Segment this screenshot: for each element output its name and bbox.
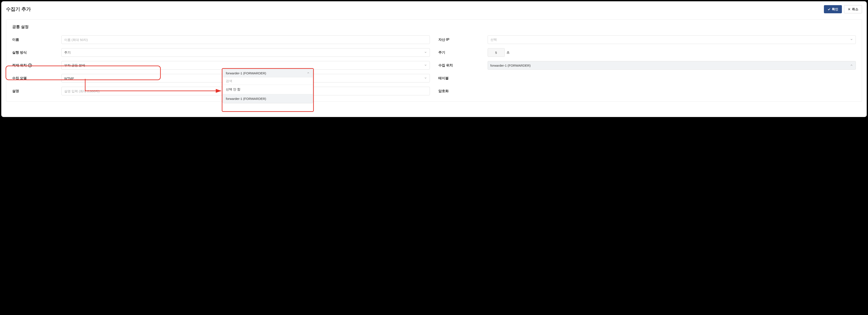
field-collect-location: 수집 위치 forwarder-1 (FORWARDER) bbox=[438, 61, 856, 69]
field-collect-model: 수집 모델 WTMP bbox=[12, 74, 430, 83]
field-encryption: 암호화 bbox=[438, 87, 856, 95]
collect-model-value: WTMP bbox=[64, 77, 74, 80]
collect-location-search-input[interactable] bbox=[226, 79, 310, 83]
chevron-up-icon bbox=[850, 64, 853, 67]
chevron-down-icon bbox=[850, 38, 853, 41]
name-input[interactable] bbox=[61, 35, 430, 44]
label-collect-location: 수집 위치 bbox=[438, 63, 488, 68]
collect-location-dropdown-header[interactable]: forwarder-1 (FORWARDER) bbox=[223, 69, 313, 77]
chevron-down-icon bbox=[424, 51, 427, 54]
asset-ip-placeholder: 선택 bbox=[490, 38, 497, 42]
field-asset-ip: 자산 IP 선택 bbox=[438, 35, 856, 44]
confirm-button-label: 확인 bbox=[832, 7, 838, 11]
collect-location-dropdown-search bbox=[223, 77, 313, 85]
check-icon bbox=[828, 8, 831, 11]
field-load-location: 적재 위치 ? 부하 균등 분배 bbox=[12, 61, 430, 69]
cancel-button[interactable]: 취소 bbox=[844, 5, 862, 13]
close-icon bbox=[848, 8, 851, 11]
dialog-title: 수집기 추가 bbox=[6, 6, 31, 12]
label-load-location-text: 적재 위치 bbox=[12, 63, 27, 68]
confirm-button[interactable]: 확인 bbox=[824, 5, 842, 13]
label-encryption: 암호화 bbox=[438, 89, 488, 93]
label-description: 설명 bbox=[12, 89, 61, 93]
collect-location-select[interactable]: forwarder-1 (FORWARDER) bbox=[488, 61, 856, 69]
exec-mode-value: 주기 bbox=[64, 51, 71, 55]
common-settings-panel: 공통 설정 이름 자산 IP 선택 bbox=[6, 19, 862, 102]
load-location-value: 부하 균등 분배 bbox=[64, 63, 85, 67]
field-exec-mode: 실행 방식 주기 bbox=[12, 48, 430, 57]
label-table: 테이블 bbox=[438, 76, 488, 81]
collect-location-option-none[interactable]: 선택 안 함 bbox=[223, 85, 313, 94]
label-period: 주기 bbox=[438, 50, 488, 55]
chevron-up-icon bbox=[307, 71, 310, 75]
panel-title: 공통 설정 bbox=[12, 24, 856, 29]
dialog-header: 수집기 추가 확인 취소 bbox=[6, 5, 862, 13]
label-name: 이름 bbox=[12, 37, 61, 42]
label-exec-mode: 실행 방식 bbox=[12, 50, 61, 55]
collect-location-dropdown: forwarder-1 (FORWARDER) 선택 안 함 forwarder… bbox=[223, 69, 313, 103]
period-input[interactable] bbox=[488, 48, 505, 57]
collect-location-value: forwarder-1 (FORWARDER) bbox=[490, 64, 531, 67]
collect-location-dropdown-selected: forwarder-1 (FORWARDER) bbox=[226, 71, 266, 75]
cancel-button-label: 취소 bbox=[852, 7, 858, 11]
form-grid: 이름 자산 IP 선택 실행 방식 bbox=[12, 35, 856, 95]
dialog-actions: 확인 취소 bbox=[824, 5, 862, 13]
add-collector-dialog: 수집기 추가 확인 취소 공통 설정 이름 자산 IP bbox=[1, 1, 867, 117]
help-icon[interactable]: ? bbox=[28, 63, 32, 67]
field-table: 테이블 bbox=[438, 74, 856, 83]
period-unit: 초 bbox=[506, 51, 510, 55]
chevron-down-icon bbox=[424, 77, 427, 80]
label-collect-model: 수집 모델 bbox=[12, 76, 61, 81]
chevron-down-icon bbox=[424, 64, 427, 67]
label-asset-ip: 자산 IP bbox=[438, 37, 488, 42]
load-location-select[interactable]: 부하 균등 분배 bbox=[61, 61, 430, 69]
label-load-location: 적재 위치 ? bbox=[12, 63, 61, 68]
field-name: 이름 bbox=[12, 35, 430, 44]
collect-location-option-forwarder-1[interactable]: forwarder-1 (FORWARDER) bbox=[223, 94, 313, 103]
asset-ip-select[interactable]: 선택 bbox=[488, 35, 856, 44]
field-description: 설명 bbox=[12, 87, 430, 95]
exec-mode-select[interactable]: 주기 bbox=[61, 48, 430, 57]
field-period: 주기 초 bbox=[438, 48, 856, 57]
